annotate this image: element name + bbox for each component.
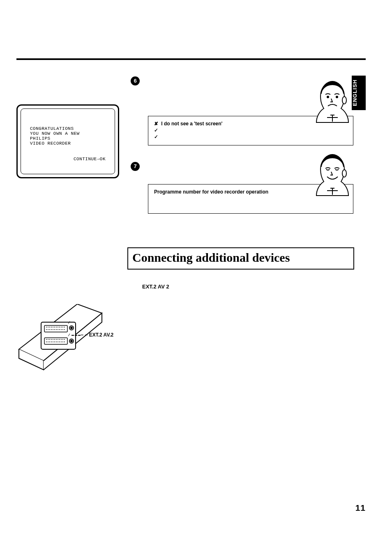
cross-icon: ✘ [154, 120, 160, 127]
top-rule [16, 58, 366, 60]
page-number: 11 [355, 503, 366, 513]
check-icon: ✓ [154, 127, 160, 134]
language-tab-label: ENGLISH [352, 77, 358, 109]
connector-dash-leader [71, 335, 81, 336]
connector-label-dashes: − − [81, 332, 88, 338]
svg-point-1 [336, 96, 338, 98]
tv-screen: CONGRATULATIONS YOU NOW OWN A NEW PHILIP… [16, 104, 119, 178]
connector-label-text: EXT.2 AV.2 [89, 332, 114, 338]
smile-face-illustration [314, 152, 351, 197]
svg-point-2 [342, 97, 346, 104]
svg-rect-6 [44, 338, 67, 344]
check-icon: ✓ [154, 134, 160, 140]
step-badge-6: 6 [131, 76, 140, 85]
step-badge-7: 7 [131, 162, 140, 171]
section-heading: Connecting additional devices [127, 247, 354, 270]
svg-rect-5 [44, 325, 67, 332]
language-tab: ENGLISH [352, 76, 366, 110]
ext2-av2-inline-label: EXT.2 AV 2 [142, 284, 169, 290]
callout6-cross-text: I do not see a 'test screen' [160, 121, 222, 127]
tv-screen-text: CONGRATULATIONS YOU NOW OWN A NEW PHILIP… [30, 126, 80, 146]
manual-page: ENGLISH 6 7 CONGRATULATIONS YOU NOW OWN … [0, 0, 392, 535]
connector-panel-label: − − EXT.2 AV.2 [81, 332, 113, 338]
svg-point-3 [342, 170, 346, 177]
callout6-check-row-2: ✓ [154, 134, 347, 140]
connector-panel-illustration [16, 304, 106, 374]
tv-screen-inner: CONGRATULATIONS YOU NOW OWN A NEW PHILIP… [21, 108, 115, 174]
svg-point-8 [71, 327, 72, 329]
tv-continue-prompt: CONTINUE→OK [74, 157, 106, 161]
svg-point-10 [71, 340, 72, 342]
frown-face-illustration [314, 79, 351, 124]
callout6-check-row-1: ✓ [154, 127, 347, 134]
svg-point-0 [327, 96, 329, 98]
